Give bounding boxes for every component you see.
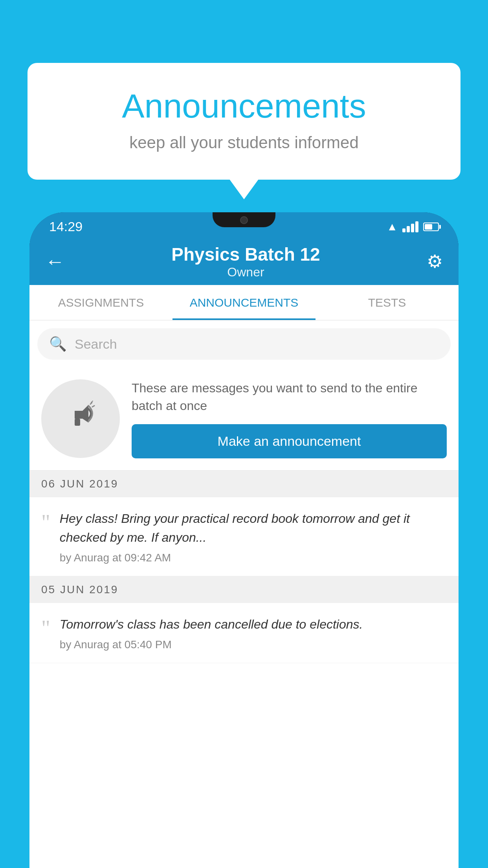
header-title: Physics Batch 12: [171, 244, 320, 265]
header-subtitle: Owner: [171, 265, 320, 280]
quote-icon-1: ": [41, 511, 50, 533]
settings-icon[interactable]: ⚙: [427, 251, 443, 272]
announcement-item-2[interactable]: " Tomorrow's class has been cancelled du…: [29, 603, 459, 663]
megaphone-icon: [63, 397, 98, 441]
tab-assignments[interactable]: ASSIGNMENTS: [29, 285, 172, 320]
speech-bubble: Announcements keep all your students inf…: [28, 63, 460, 180]
app-header: ← Physics Batch 12 Owner ⚙: [29, 238, 459, 285]
announcement-meta-1: by Anurag at 09:42 AM: [60, 552, 447, 564]
svg-line-3: [91, 401, 93, 403]
phone-frame: 14:29 ▲ ←: [29, 212, 459, 868]
phone-inner: 14:29 ▲ ←: [29, 212, 459, 868]
status-time: 14:29: [49, 219, 83, 234]
camera-dot: [240, 216, 248, 224]
date-divider-1: 06 JUN 2019: [29, 471, 459, 497]
announcement-text-2: Tomorrow's class has been cancelled due …: [60, 615, 447, 634]
announcement-content-2: Tomorrow's class has been cancelled due …: [60, 615, 447, 651]
announcement-content-1: Hey class! Bring your practical record b…: [60, 509, 447, 564]
signal-icon: [402, 221, 418, 232]
phone-screen: ← Physics Batch 12 Owner ⚙ ASSIGNMENTS A…: [29, 238, 459, 868]
svg-line-2: [92, 406, 94, 407]
status-icons: ▲: [387, 221, 439, 233]
wifi-icon: ▲: [387, 221, 398, 233]
make-announcement-button[interactable]: Make an announcement: [132, 424, 447, 458]
header-center: Physics Batch 12 Owner: [171, 244, 320, 280]
search-placeholder: Search: [75, 337, 117, 352]
svg-rect-0: [75, 419, 80, 426]
battery-icon: [423, 223, 439, 231]
announcement-item-1[interactable]: " Hey class! Bring your practical record…: [29, 497, 459, 576]
bubble-title: Announcements: [59, 86, 429, 125]
back-button[interactable]: ←: [45, 250, 65, 273]
date-divider-2: 05 JUN 2019: [29, 576, 459, 603]
speech-bubble-container: Announcements keep all your students inf…: [28, 63, 460, 180]
announcement-intro: These are messages you want to send to t…: [29, 368, 459, 471]
intro-right: These are messages you want to send to t…: [132, 379, 447, 458]
intro-description: These are messages you want to send to t…: [132, 379, 447, 415]
phone-notch: [213, 212, 275, 227]
bubble-subtitle: keep all your students informed: [59, 133, 429, 152]
announcement-text-1: Hey class! Bring your practical record b…: [60, 509, 447, 547]
megaphone-circle: [41, 379, 120, 458]
tabs-bar: ASSIGNMENTS ANNOUNCEMENTS TESTS: [29, 285, 459, 320]
search-bar[interactable]: 🔍 Search: [37, 328, 451, 360]
announcement-meta-2: by Anurag at 05:40 PM: [60, 638, 447, 651]
tab-tests[interactable]: TESTS: [316, 285, 459, 320]
tab-announcements[interactable]: ANNOUNCEMENTS: [172, 285, 316, 320]
quote-icon-2: ": [41, 617, 50, 639]
search-icon: 🔍: [49, 336, 67, 352]
content-area: 🔍 Search: [29, 320, 459, 868]
